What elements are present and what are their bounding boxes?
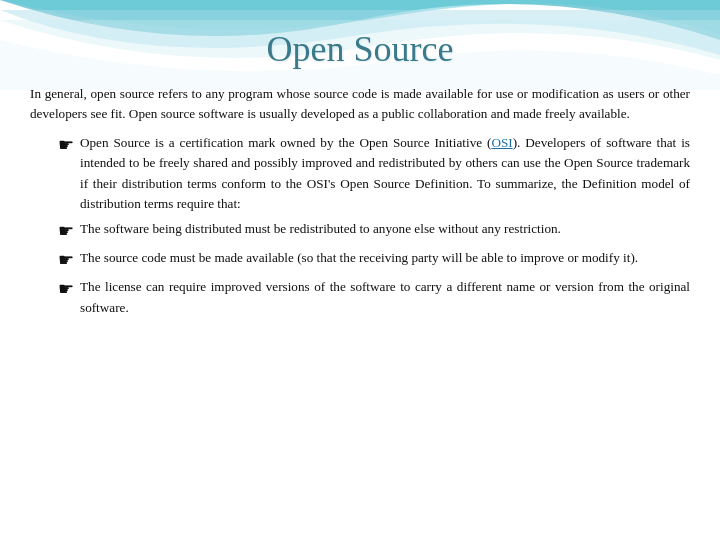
bullet-item-1: ☛ Open Source is a certification mark ow… xyxy=(30,133,690,215)
bullet-text-2: The software being distributed must be r… xyxy=(80,219,690,239)
bullet-item-3: ☛ The source code must be made available… xyxy=(30,248,690,273)
page-title: Open Source xyxy=(30,28,690,70)
bullet-symbol-3: ☛ xyxy=(58,248,74,273)
bullet-text-3: The source code must be made available (… xyxy=(80,248,690,268)
bullet-symbol-1: ☛ xyxy=(58,133,74,158)
bullet-text-4: The license can require improved version… xyxy=(80,277,690,318)
intro-paragraph: In general, open source refers to any pr… xyxy=(30,84,690,125)
bullet-symbol-2: ☛ xyxy=(58,219,74,244)
bullet-item-2: ☛ The software being distributed must be… xyxy=(30,219,690,244)
osi-link[interactable]: OSI xyxy=(491,135,512,150)
body-text: In general, open source refers to any pr… xyxy=(30,84,690,318)
main-content: Open Source In general, open source refe… xyxy=(0,0,720,342)
bullet-item-4: ☛ The license can require improved versi… xyxy=(30,277,690,318)
bullet-text-1: Open Source is a certification mark owne… xyxy=(80,133,690,215)
bullet-symbol-4: ☛ xyxy=(58,277,74,302)
bullet1-text-before: Open Source is a certification mark owne… xyxy=(80,135,491,150)
